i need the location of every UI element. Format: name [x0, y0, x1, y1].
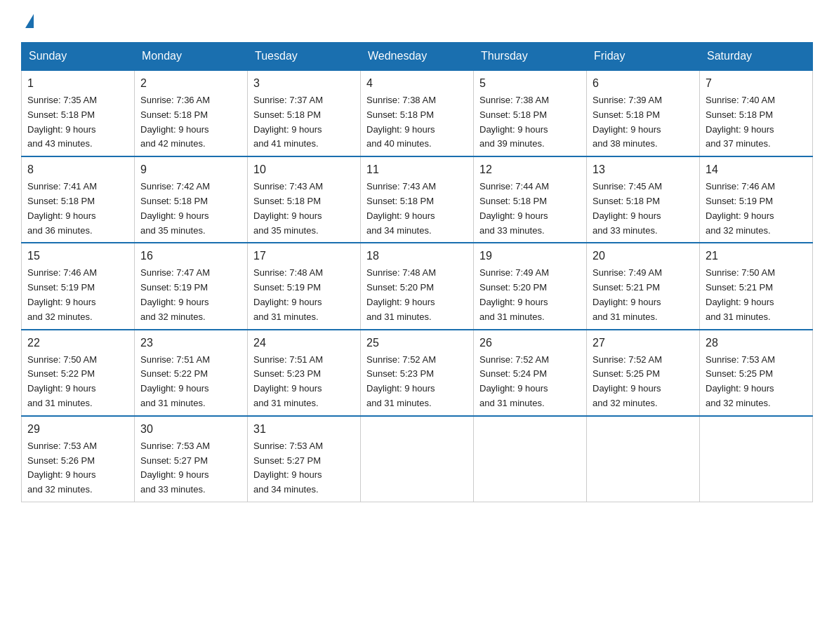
day-number: 7 — [706, 75, 807, 92]
day-info: Sunrise: 7:36 AMSunset: 5:18 PMDaylight:… — [140, 93, 241, 152]
day-number: 16 — [140, 248, 241, 264]
day-number: 27 — [593, 335, 694, 351]
day-info: Sunrise: 7:37 AMSunset: 5:18 PMDaylight:… — [253, 93, 355, 152]
day-number: 21 — [706, 248, 807, 264]
weekday-header-sunday: Sunday — [22, 43, 135, 71]
day-info: Sunrise: 7:45 AMSunset: 5:18 PMDaylight:… — [593, 180, 694, 238]
day-number: 14 — [706, 161, 807, 178]
day-info: Sunrise: 7:48 AMSunset: 5:20 PMDaylight:… — [366, 266, 468, 324]
day-number: 30 — [140, 421, 241, 438]
day-info: Sunrise: 7:46 AMSunset: 5:19 PMDaylight:… — [706, 180, 807, 238]
day-number: 12 — [479, 161, 581, 178]
calendar-cell — [700, 416, 813, 502]
page-header — [21, 14, 813, 28]
weekday-header-friday: Friday — [587, 43, 700, 71]
day-number: 19 — [479, 248, 581, 264]
calendar-cell: 3Sunrise: 7:37 AMSunset: 5:18 PMDaylight… — [248, 70, 361, 156]
calendar-cell: 9Sunrise: 7:42 AMSunset: 5:18 PMDaylight… — [135, 156, 248, 243]
day-info: Sunrise: 7:51 AMSunset: 5:22 PMDaylight:… — [140, 353, 241, 411]
day-number: 25 — [366, 335, 468, 351]
calendar-week-1: 1Sunrise: 7:35 AMSunset: 5:18 PMDaylight… — [22, 70, 813, 156]
day-info: Sunrise: 7:52 AMSunset: 5:25 PMDaylight:… — [593, 353, 694, 411]
day-info: Sunrise: 7:43 AMSunset: 5:18 PMDaylight:… — [366, 180, 468, 238]
calendar-cell: 13Sunrise: 7:45 AMSunset: 5:18 PMDayligh… — [587, 156, 700, 243]
day-number: 9 — [140, 161, 241, 178]
calendar-cell: 20Sunrise: 7:49 AMSunset: 5:21 PMDayligh… — [587, 243, 700, 329]
calendar-cell: 28Sunrise: 7:53 AMSunset: 5:25 PMDayligh… — [700, 330, 813, 416]
calendar-cell: 22Sunrise: 7:50 AMSunset: 5:22 PMDayligh… — [22, 330, 135, 416]
calendar-week-3: 15Sunrise: 7:46 AMSunset: 5:19 PMDayligh… — [22, 243, 813, 329]
day-info: Sunrise: 7:39 AMSunset: 5:18 PMDaylight:… — [593, 93, 694, 152]
day-info: Sunrise: 7:53 AMSunset: 5:26 PMDaylight:… — [27, 439, 128, 497]
day-info: Sunrise: 7:53 AMSunset: 5:27 PMDaylight:… — [140, 439, 241, 497]
calendar-cell: 24Sunrise: 7:51 AMSunset: 5:23 PMDayligh… — [248, 330, 361, 416]
day-info: Sunrise: 7:50 AMSunset: 5:22 PMDaylight:… — [27, 353, 128, 411]
day-number: 28 — [706, 335, 807, 351]
day-number: 5 — [479, 75, 581, 92]
calendar-cell: 29Sunrise: 7:53 AMSunset: 5:26 PMDayligh… — [22, 416, 135, 502]
day-number: 26 — [479, 335, 581, 351]
calendar-cell: 19Sunrise: 7:49 AMSunset: 5:20 PMDayligh… — [474, 243, 587, 329]
day-number: 20 — [593, 248, 694, 264]
day-info: Sunrise: 7:35 AMSunset: 5:18 PMDaylight:… — [27, 93, 128, 152]
calendar-cell — [474, 416, 587, 502]
calendar-cell: 5Sunrise: 7:38 AMSunset: 5:18 PMDaylight… — [474, 70, 587, 156]
day-info: Sunrise: 7:38 AMSunset: 5:18 PMDaylight:… — [479, 93, 581, 152]
calendar-body: 1Sunrise: 7:35 AMSunset: 5:18 PMDaylight… — [22, 70, 813, 502]
day-number: 15 — [27, 248, 128, 264]
weekday-header-monday: Monday — [135, 43, 248, 71]
calendar-cell: 10Sunrise: 7:43 AMSunset: 5:18 PMDayligh… — [248, 156, 361, 243]
day-number: 6 — [593, 75, 694, 92]
day-info: Sunrise: 7:46 AMSunset: 5:19 PMDaylight:… — [27, 266, 128, 324]
day-number: 22 — [27, 335, 128, 351]
day-number: 11 — [366, 161, 468, 178]
calendar-cell — [361, 416, 474, 502]
calendar-week-5: 29Sunrise: 7:53 AMSunset: 5:26 PMDayligh… — [22, 416, 813, 502]
day-info: Sunrise: 7:51 AMSunset: 5:23 PMDaylight:… — [253, 353, 355, 411]
day-number: 3 — [253, 75, 355, 92]
day-number: 8 — [27, 161, 128, 178]
calendar-cell: 7Sunrise: 7:40 AMSunset: 5:18 PMDaylight… — [700, 70, 813, 156]
day-number: 31 — [253, 421, 355, 438]
calendar-cell: 18Sunrise: 7:48 AMSunset: 5:20 PMDayligh… — [361, 243, 474, 329]
day-number: 24 — [253, 335, 355, 351]
calendar-cell: 1Sunrise: 7:35 AMSunset: 5:18 PMDaylight… — [22, 70, 135, 156]
calendar-cell: 6Sunrise: 7:39 AMSunset: 5:18 PMDaylight… — [587, 70, 700, 156]
day-number: 4 — [366, 75, 468, 92]
day-number: 2 — [140, 75, 241, 92]
day-number: 10 — [253, 161, 355, 178]
day-number: 23 — [140, 335, 241, 351]
day-info: Sunrise: 7:49 AMSunset: 5:21 PMDaylight:… — [593, 266, 694, 324]
weekday-header-tuesday: Tuesday — [248, 43, 361, 71]
day-info: Sunrise: 7:47 AMSunset: 5:19 PMDaylight:… — [140, 266, 241, 324]
calendar-header: SundayMondayTuesdayWednesdayThursdayFrid… — [22, 43, 813, 71]
day-info: Sunrise: 7:44 AMSunset: 5:18 PMDaylight:… — [479, 180, 581, 238]
calendar-week-4: 22Sunrise: 7:50 AMSunset: 5:22 PMDayligh… — [22, 330, 813, 416]
calendar-cell: 17Sunrise: 7:48 AMSunset: 5:19 PMDayligh… — [248, 243, 361, 329]
calendar-cell: 27Sunrise: 7:52 AMSunset: 5:25 PMDayligh… — [587, 330, 700, 416]
calendar-cell: 26Sunrise: 7:52 AMSunset: 5:24 PMDayligh… — [474, 330, 587, 416]
day-info: Sunrise: 7:48 AMSunset: 5:19 PMDaylight:… — [253, 266, 355, 324]
calendar-cell: 16Sunrise: 7:47 AMSunset: 5:19 PMDayligh… — [135, 243, 248, 329]
day-info: Sunrise: 7:50 AMSunset: 5:21 PMDaylight:… — [706, 266, 807, 324]
logo — [21, 14, 34, 28]
calendar-week-2: 8Sunrise: 7:41 AMSunset: 5:18 PMDaylight… — [22, 156, 813, 243]
calendar-cell: 25Sunrise: 7:52 AMSunset: 5:23 PMDayligh… — [361, 330, 474, 416]
calendar-cell: 30Sunrise: 7:53 AMSunset: 5:27 PMDayligh… — [135, 416, 248, 502]
day-info: Sunrise: 7:42 AMSunset: 5:18 PMDaylight:… — [140, 180, 241, 238]
calendar-cell: 21Sunrise: 7:50 AMSunset: 5:21 PMDayligh… — [700, 243, 813, 329]
day-number: 13 — [593, 161, 694, 178]
calendar-cell: 14Sunrise: 7:46 AMSunset: 5:19 PMDayligh… — [700, 156, 813, 243]
day-info: Sunrise: 7:40 AMSunset: 5:18 PMDaylight:… — [706, 93, 807, 152]
header-row: SundayMondayTuesdayWednesdayThursdayFrid… — [22, 43, 813, 71]
day-info: Sunrise: 7:53 AMSunset: 5:25 PMDaylight:… — [706, 353, 807, 411]
calendar-cell: 4Sunrise: 7:38 AMSunset: 5:18 PMDaylight… — [361, 70, 474, 156]
day-info: Sunrise: 7:52 AMSunset: 5:23 PMDaylight:… — [366, 353, 468, 411]
day-number: 1 — [27, 75, 128, 92]
calendar-cell: 31Sunrise: 7:53 AMSunset: 5:27 PMDayligh… — [248, 416, 361, 502]
day-info: Sunrise: 7:41 AMSunset: 5:18 PMDaylight:… — [27, 180, 128, 238]
calendar-cell — [587, 416, 700, 502]
calendar-cell: 12Sunrise: 7:44 AMSunset: 5:18 PMDayligh… — [474, 156, 587, 243]
day-info: Sunrise: 7:38 AMSunset: 5:18 PMDaylight:… — [366, 93, 468, 152]
calendar-cell: 8Sunrise: 7:41 AMSunset: 5:18 PMDaylight… — [22, 156, 135, 243]
